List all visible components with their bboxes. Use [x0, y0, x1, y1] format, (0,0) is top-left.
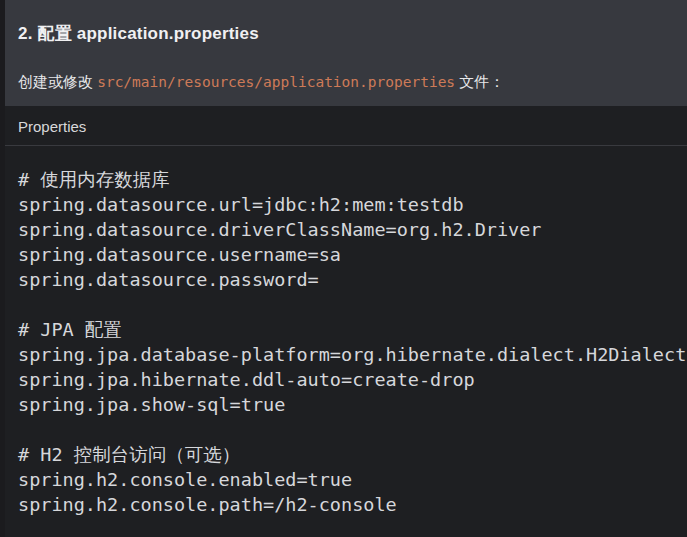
- code-line: # H2 控制台访问（可选）: [18, 442, 674, 467]
- intro-text-before: 创建或修改: [18, 73, 97, 90]
- code-line: spring.datasource.driverClassName=org.h2…: [18, 217, 674, 242]
- code-line: [18, 292, 674, 317]
- code-line: spring.jpa.database-platform=org.hiberna…: [18, 342, 674, 367]
- code-block-header: Properties: [5, 106, 687, 145]
- code-line: spring.h2.console.path=/h2-console: [18, 492, 674, 517]
- code-block: Properties # 使用内存数据库 spring.datasource.u…: [5, 106, 687, 537]
- window-edge: [0, 0, 5, 537]
- code-line: [18, 417, 674, 442]
- code-line: spring.jpa.hibernate.ddl-auto=create-dro…: [18, 367, 674, 392]
- section-heading: 2. 配置 application.properties: [18, 24, 674, 44]
- code-line: # JPA 配置: [18, 317, 674, 342]
- code-line: spring.jpa.show-sql=true: [18, 392, 674, 417]
- intro-text-after: 文件：: [455, 73, 504, 90]
- code-line: spring.datasource.username=sa: [18, 242, 674, 267]
- code-line: spring.datasource.url=jdbc:h2:mem:testdb: [18, 192, 674, 217]
- code-line: # 使用内存数据库: [18, 167, 674, 192]
- code-line: spring.datasource.password=: [18, 267, 674, 292]
- intro-text: 创建或修改 src/main/resources/application.pro…: [18, 71, 674, 93]
- message-area: 2. 配置 application.properties 创建或修改 src/m…: [5, 0, 687, 106]
- code-language-label: Properties: [18, 118, 86, 135]
- code-body: # 使用内存数据库 spring.datasource.url=jdbc:h2:…: [5, 146, 687, 517]
- content-area: 2. 配置 application.properties 创建或修改 src/m…: [5, 0, 687, 537]
- inline-code-path: src/main/resources/application.propertie…: [97, 74, 455, 90]
- code-line: spring.h2.console.enabled=true: [18, 467, 674, 492]
